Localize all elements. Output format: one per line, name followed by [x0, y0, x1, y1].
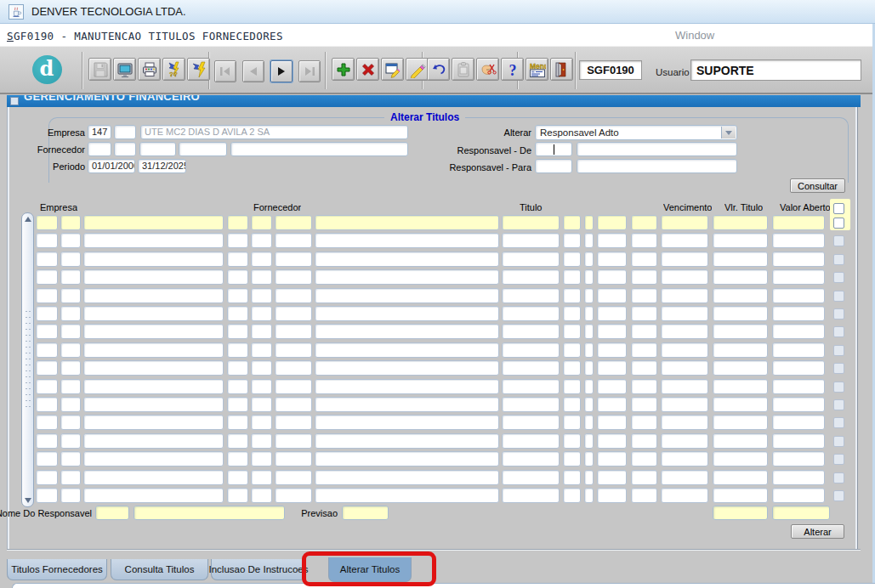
- grid-cell-r2-c10[interactable]: [584, 233, 594, 248]
- grid-cell-r12-c10[interactable]: [584, 415, 594, 430]
- grid-cell-r1-c7[interactable]: [315, 215, 499, 230]
- grid-cell-r11-c15[interactable]: [772, 397, 825, 412]
- grid-cell-r2-c4[interactable]: [227, 233, 248, 248]
- grid-cell-r2-c1[interactable]: [36, 233, 58, 248]
- empresa-code-field[interactable]: 147: [88, 125, 111, 139]
- grid-cell-r8-c15[interactable]: [772, 342, 825, 358]
- nome-responsavel-name-field[interactable]: [134, 506, 285, 520]
- grid-cell-r1-c11[interactable]: [597, 215, 627, 230]
- grid-cell-r13-c15[interactable]: [772, 433, 825, 449]
- grid-cell-r7-c3[interactable]: [83, 324, 224, 339]
- grid-cell-r13-c14[interactable]: [713, 433, 768, 449]
- grid-cell-r7-c8[interactable]: [502, 324, 560, 339]
- grid-cell-r3-c3[interactable]: [83, 252, 224, 267]
- grid-cell-r15-c12[interactable]: [631, 470, 657, 485]
- grid-cell-r15-c6[interactable]: [275, 470, 312, 485]
- grid-cell-r4-c6[interactable]: [275, 269, 312, 285]
- grid-cell-r4-c7[interactable]: [315, 269, 499, 285]
- grid-cell-r11-c14[interactable]: [713, 397, 768, 412]
- grid-cell-r13-c9[interactable]: [563, 433, 581, 449]
- grid-cell-r3-c11[interactable]: [597, 252, 627, 267]
- grid-cell-r5-c7[interactable]: [315, 288, 499, 303]
- scroll-up-icon[interactable]: [25, 217, 31, 222]
- grid-cell-r12-c3[interactable]: [83, 415, 224, 430]
- grid-cell-r6-c8[interactable]: [502, 306, 560, 321]
- grid-cell-r11-c10[interactable]: [584, 397, 594, 412]
- grid-cell-r3-c12[interactable]: [631, 252, 657, 267]
- grid-cell-r3-c9[interactable]: [563, 252, 581, 267]
- grid-cell-r7-c9[interactable]: [563, 324, 581, 339]
- grid-cell-r16-c13[interactable]: [661, 488, 708, 503]
- grid-cell-r13-c8[interactable]: [502, 433, 560, 449]
- grid-cell-r12-c9[interactable]: [563, 415, 581, 430]
- grid-cell-r12-c8[interactable]: [502, 415, 560, 430]
- grid-cell-r8-c11[interactable]: [597, 342, 627, 358]
- grid-cell-r13-c11[interactable]: [597, 433, 627, 449]
- grid-cell-r3-c6[interactable]: [275, 252, 312, 267]
- grid-cell-r9-c11[interactable]: [597, 360, 627, 376]
- row-select-checkbox[interactable]: [833, 363, 844, 374]
- grid-cell-r6-c6[interactable]: [275, 306, 312, 321]
- grid-cell-r5-c13[interactable]: [661, 288, 708, 303]
- grid-cell-r10-c8[interactable]: [502, 379, 560, 394]
- grid-cell-r7-c6[interactable]: [275, 324, 312, 339]
- grid-cell-r13-c6[interactable]: [275, 433, 312, 449]
- previous-record-button[interactable]: [242, 60, 264, 82]
- grid-cell-r4-c12[interactable]: [631, 269, 657, 285]
- grid-cell-r2-c15[interactable]: [772, 233, 825, 248]
- grid-cell-r13-c1[interactable]: [36, 433, 58, 449]
- grid-cell-r11-c13[interactable]: [661, 397, 708, 412]
- clear-record-button[interactable]: [406, 58, 429, 81]
- grid-cell-r6-c9[interactable]: [563, 306, 581, 321]
- fornecedor-field-1[interactable]: [88, 142, 111, 156]
- tab-consulta-titulos[interactable]: Consulta Titulos: [111, 559, 208, 580]
- grid-cell-r5-c8[interactable]: [502, 288, 560, 303]
- grid-cell-r14-c11[interactable]: [597, 451, 627, 466]
- grid-cell-r1-c5[interactable]: [251, 215, 272, 230]
- grid-cell-r4-c9[interactable]: [563, 269, 581, 285]
- grid-cell-r5-c11[interactable]: [597, 288, 627, 303]
- row-select-checkbox[interactable]: [833, 326, 844, 337]
- grid-cell-r12-c14[interactable]: [713, 415, 768, 430]
- grid-cell-r13-c7[interactable]: [315, 433, 499, 449]
- grid-cell-r15-c8[interactable]: [502, 470, 560, 485]
- grid-cell-r4-c10[interactable]: [584, 269, 594, 285]
- grid-cell-r11-c8[interactable]: [502, 397, 560, 412]
- grid-cell-r15-c1[interactable]: [36, 470, 58, 485]
- help-button[interactable]: ?: [501, 58, 524, 81]
- grid-cell-r4-c8[interactable]: [502, 269, 560, 285]
- grid-cell-r1-c4[interactable]: [227, 215, 248, 230]
- fornecedor-field-4[interactable]: [179, 142, 227, 156]
- grid-cell-r7-c14[interactable]: [713, 324, 768, 339]
- grid-cell-r8-c6[interactable]: [275, 342, 312, 358]
- display-button[interactable]: [113, 58, 136, 81]
- grid-cell-r12-c7[interactable]: [315, 415, 499, 430]
- row-select-checkbox[interactable]: [833, 345, 844, 356]
- grid-cell-r3-c10[interactable]: [584, 252, 594, 267]
- grid-cell-r7-c12[interactable]: [631, 324, 657, 339]
- grid-cell-r12-c1[interactable]: [36, 415, 58, 430]
- grid-cell-r10-c15[interactable]: [772, 379, 825, 394]
- grid-cell-r4-c15[interactable]: [772, 269, 825, 285]
- grid-cell-r12-c6[interactable]: [275, 415, 312, 430]
- grid-cell-r2-c7[interactable]: [315, 233, 499, 248]
- grid-cell-r4-c3[interactable]: [83, 269, 224, 285]
- grid-cell-r6-c11[interactable]: [597, 306, 627, 321]
- grid-cell-r9-c2[interactable]: [60, 360, 81, 376]
- grid-cell-r10-c10[interactable]: [584, 379, 594, 394]
- grid-cell-r13-c4[interactable]: [227, 433, 248, 449]
- grid-cell-r2-c8[interactable]: [502, 233, 560, 248]
- grid-cell-r9-c12[interactable]: [631, 360, 657, 376]
- grid-cell-r5-c3[interactable]: [83, 288, 224, 303]
- grid-cell-r4-c1[interactable]: [36, 269, 58, 285]
- grid-cell-r1-c2[interactable]: [60, 215, 81, 230]
- grid-cell-r8-c9[interactable]: [563, 342, 581, 358]
- grid-cell-r14-c5[interactable]: [251, 451, 272, 466]
- grid-cell-r14-c7[interactable]: [315, 451, 499, 466]
- grid-cell-r15-c13[interactable]: [661, 470, 708, 485]
- grid-cell-r10-c7[interactable]: [315, 379, 499, 394]
- grid-cell-r15-c2[interactable]: [60, 470, 81, 485]
- grid-cell-r6-c13[interactable]: [661, 306, 708, 321]
- grid-cell-r2-c14[interactable]: [713, 233, 768, 248]
- row-select-checkbox[interactable]: [833, 490, 844, 501]
